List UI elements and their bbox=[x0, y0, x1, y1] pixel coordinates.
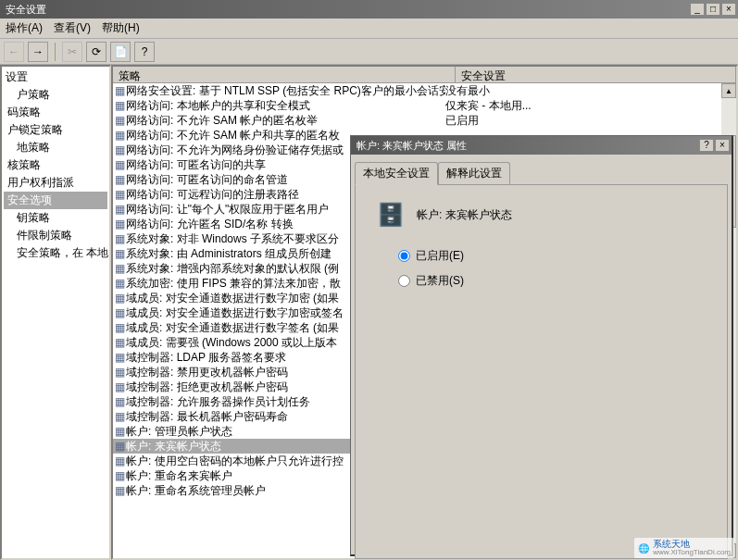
tree-item[interactable]: 安全策略，在 本地 bbox=[4, 244, 107, 262]
policy-item-icon: ▦ bbox=[113, 278, 126, 289]
radio-disabled-label: 已禁用(S) bbox=[416, 273, 464, 289]
back-button[interactable]: ← bbox=[4, 42, 24, 62]
toolbar: ← → ✂ ⟳ 📄 ? bbox=[0, 39, 738, 65]
tab-explain[interactable]: 解释此设置 bbox=[438, 162, 510, 184]
policy-item-icon: ▦ bbox=[113, 144, 126, 156]
separator bbox=[55, 43, 56, 61]
tab-panel: 🗄️ 帐户: 来宾帐户状态 已启用(E) 已禁用(S) bbox=[355, 184, 728, 559]
policy-item-icon: ▦ bbox=[113, 263, 126, 274]
radio-group: 已启用(E) 已禁用(S) bbox=[398, 248, 718, 289]
export-button[interactable]: 📄 bbox=[110, 42, 131, 62]
tab-local-security[interactable]: 本地安全设置 bbox=[355, 162, 438, 185]
watermark: 🌐 系统天地 www.XiTongTianDi.com bbox=[634, 538, 734, 558]
properties-dialog: 帐户: 来宾帐户状态 属性 ? × 本地安全设置 解释此设置 🗄️ 帐户: 来宾… bbox=[350, 135, 733, 556]
dialog-title: 帐户: 来宾帐户状态 属性 bbox=[353, 139, 699, 153]
list-row[interactable]: ▦网络访问: 本地帐户的共享和安全模式仅来宾 - 本地用... bbox=[113, 98, 736, 113]
refresh-button[interactable]: ⟳ bbox=[86, 42, 106, 62]
main-window-titlebar: 安全设置 _ □ × bbox=[0, 0, 738, 19]
dialog-titlebar[interactable]: 帐户: 来宾帐户状态 属性 ? × bbox=[351, 136, 732, 155]
radio-disabled[interactable]: 已禁用(S) bbox=[398, 273, 718, 289]
policy-item-icon: ▦ bbox=[113, 352, 126, 363]
radio-disabled-input[interactable] bbox=[398, 275, 410, 287]
policy-item-icon: ▦ bbox=[113, 292, 126, 304]
dialog-close-button[interactable]: × bbox=[715, 139, 730, 152]
policy-item-icon: ▦ bbox=[113, 470, 126, 481]
policy-setting: 没有最小 bbox=[445, 83, 736, 99]
list-header: 策略 安全设置 bbox=[113, 67, 736, 83]
dialog-help-button[interactable]: ? bbox=[699, 139, 714, 152]
policy-item-icon: ▦ bbox=[113, 485, 126, 496]
tree-item[interactable]: 户策略 bbox=[4, 86, 107, 104]
policy-item-icon: ▦ bbox=[113, 411, 126, 422]
minimize-button[interactable]: _ bbox=[690, 3, 705, 16]
policy-item-icon: ▦ bbox=[113, 85, 126, 96]
policy-item-icon: ▦ bbox=[113, 337, 126, 348]
policy-item-icon: ▦ bbox=[113, 248, 126, 259]
window-title: 安全设置 bbox=[2, 3, 690, 17]
menu-help[interactable]: 帮助(H) bbox=[102, 20, 140, 36]
policy-name: 网络访问: 不允许 SAM 帐户的匿名枚举 bbox=[126, 113, 445, 129]
radio-enabled-input[interactable] bbox=[398, 250, 410, 262]
radio-enabled-label: 已启用(E) bbox=[416, 248, 464, 264]
scroll-up-button[interactable]: ▲ bbox=[721, 83, 736, 98]
policy-item-icon: ▦ bbox=[113, 455, 126, 467]
policy-icon: 🗄️ bbox=[376, 200, 406, 230]
menu-action[interactable]: 操作(A) bbox=[6, 20, 43, 36]
list-row[interactable]: ▦网络访问: 不允许 SAM 帐户的匿名枚举已启用 bbox=[113, 113, 736, 128]
policy-item-icon: ▦ bbox=[113, 441, 126, 452]
tree-item[interactable]: 码策略 bbox=[4, 104, 107, 121]
policy-item-icon: ▦ bbox=[113, 174, 126, 185]
policy-item-icon: ▦ bbox=[113, 130, 126, 141]
col-policy[interactable]: 策略 bbox=[113, 67, 456, 82]
tree-item-selected[interactable]: 安全选项 bbox=[4, 192, 107, 209]
tree-item[interactable]: 钥策略 bbox=[4, 209, 107, 227]
globe-icon: 🌐 bbox=[638, 543, 649, 554]
policy-item-icon: ▦ bbox=[113, 322, 126, 333]
policy-setting: 已启用 bbox=[445, 113, 736, 129]
policy-item-icon: ▦ bbox=[113, 189, 126, 200]
tree-root[interactable]: 设置 bbox=[4, 68, 107, 86]
policy-name: 网络安全设置: 基于 NTLM SSP (包括安全 RPC)客户的最小会话安全 bbox=[126, 83, 445, 99]
policy-item-icon: ▦ bbox=[113, 159, 126, 170]
policy-item-icon: ▦ bbox=[113, 307, 126, 318]
help-button[interactable]: ? bbox=[134, 42, 155, 62]
maximize-button[interactable]: □ bbox=[706, 3, 720, 16]
tree-pane[interactable]: 设置 户策略 码策略 户锁定策略 地策略 核策略 用户权利指派 安全选项 钥策略… bbox=[0, 65, 111, 560]
tree-item[interactable]: 件限制策略 bbox=[4, 227, 107, 244]
close-button[interactable]: × bbox=[721, 3, 736, 16]
policy-setting: 仅来宾 - 本地用... bbox=[445, 98, 736, 114]
watermark-url: www.XiTongTianDi.com bbox=[653, 549, 731, 556]
policy-name: 网络访问: 本地帐户的共享和安全模式 bbox=[126, 98, 445, 114]
policy-item-icon: ▦ bbox=[113, 115, 126, 126]
tree-item[interactable]: 核策略 bbox=[4, 156, 107, 174]
col-setting[interactable]: 安全设置 bbox=[456, 67, 736, 82]
tree-item[interactable]: 户锁定策略 bbox=[4, 121, 107, 139]
policy-item-icon: ▦ bbox=[113, 381, 126, 392]
menubar: 操作(A) 查看(V) 帮助(H) bbox=[0, 19, 738, 39]
policy-item-icon: ▦ bbox=[113, 233, 126, 244]
policy-item-icon: ▦ bbox=[113, 426, 126, 437]
dialog-tabs: 本地安全设置 解释此设置 bbox=[355, 162, 728, 184]
policy-item-icon: ▦ bbox=[113, 367, 126, 378]
policy-item-icon: ▦ bbox=[113, 218, 126, 230]
radio-enabled[interactable]: 已启用(E) bbox=[398, 248, 718, 264]
tree-item[interactable]: 地策略 bbox=[4, 139, 107, 156]
cut-button[interactable]: ✂ bbox=[62, 42, 82, 62]
tree-item[interactable]: 用户权利指派 bbox=[4, 174, 107, 192]
policy-item-icon: ▦ bbox=[113, 396, 126, 407]
menu-view[interactable]: 查看(V) bbox=[54, 20, 91, 36]
forward-button[interactable]: → bbox=[28, 42, 48, 62]
policy-item-icon: ▦ bbox=[113, 100, 126, 111]
list-row[interactable]: ▦网络安全设置: 基于 NTLM SSP (包括安全 RPC)客户的最小会话安全… bbox=[113, 83, 736, 98]
account-label: 帐户: 来宾帐户状态 bbox=[417, 207, 512, 223]
policy-item-icon: ▦ bbox=[113, 204, 126, 215]
